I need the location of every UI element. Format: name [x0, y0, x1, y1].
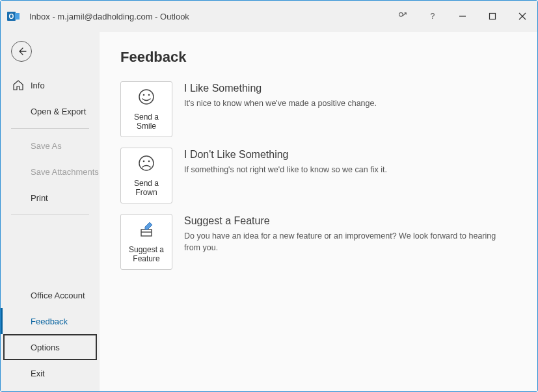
svg-rect-16	[141, 229, 152, 236]
feedback-heading: Suggest a Feature	[184, 215, 509, 227]
svg-point-11	[143, 94, 145, 96]
nav-print[interactable]: Print	[1, 185, 100, 211]
window-controls: ?	[388, 1, 537, 32]
feedback-text: I Don't Like Something If something's no…	[184, 148, 387, 203]
feedback-item-suggest: Suggest a Feature Suggest a Feature Do y…	[120, 214, 517, 270]
help-button[interactable]: ?	[418, 1, 448, 32]
nav-save-attachments-label: Save Attachments	[31, 167, 99, 177]
tile-label: Suggest a Feature	[121, 245, 172, 264]
feedback-heading: I Like Something	[184, 83, 377, 94]
suggest-feature-button[interactable]: Suggest a Feature	[120, 214, 172, 270]
svg-point-13	[139, 156, 154, 170]
svg-text:?: ?	[431, 12, 435, 21]
nav-feedback-label: Feedback	[31, 317, 68, 326]
svg-point-15	[148, 160, 150, 162]
nav-options-label: Options	[31, 343, 60, 352]
feedback-text: Suggest a Feature Do you have an idea fo…	[184, 214, 509, 270]
nav-options[interactable]: Options	[3, 334, 97, 360]
nav-exit-label: Exit	[31, 369, 45, 378]
nav-exit[interactable]: Exit	[1, 360, 100, 386]
feedback-desc: If something's not right we'd like to kn…	[184, 164, 387, 176]
nav-save-as-label: Save As	[31, 141, 62, 151]
svg-rect-3	[15, 13, 20, 20]
feedback-text: I Like Something It's nice to know when …	[184, 81, 377, 137]
main-content: Feedback Send a Smile I Like Something I…	[100, 32, 537, 391]
feedback-heading: I Don't Like Something	[184, 149, 387, 161]
sidebar: Info Open & Export Save As Save Attachme…	[1, 32, 100, 391]
back-button[interactable]	[11, 41, 32, 62]
svg-point-14	[143, 160, 145, 162]
svg-point-4	[399, 13, 403, 17]
smile-icon	[137, 88, 155, 109]
frown-icon	[137, 154, 155, 175]
feedback-item-smile: Send a Smile I Like Something It's nice …	[120, 81, 517, 137]
nav-print-label: Print	[31, 193, 48, 203]
window-title: Inbox - m.jamil@dadholding.com - Outlook	[29, 12, 388, 21]
close-button[interactable]	[507, 1, 537, 32]
page-title: Feedback	[120, 49, 517, 66]
nav-feedback[interactable]: Feedback	[1, 308, 100, 334]
svg-rect-7	[490, 14, 496, 20]
send-frown-button[interactable]: Send a Frown	[120, 148, 172, 203]
arrow-left-icon	[16, 46, 27, 57]
nav-info[interactable]: Info	[1, 72, 100, 98]
tile-label: Send a Smile	[121, 112, 172, 131]
nav-save-as: Save As	[1, 133, 100, 159]
body: Info Open & Export Save As Save Attachme…	[1, 32, 537, 391]
nav-open-export[interactable]: Open & Export	[1, 98, 100, 124]
maximize-button[interactable]	[477, 1, 507, 32]
outlook-icon: O	[7, 10, 20, 23]
minimize-button[interactable]	[448, 1, 477, 32]
svg-point-12	[148, 94, 150, 96]
feedback-desc: It's nice to know when we've made a posi…	[184, 98, 377, 110]
titlebar: O Inbox - m.jamil@dadholding.com - Outlo…	[1, 1, 537, 32]
suggest-icon	[137, 220, 155, 241]
send-smile-button[interactable]: Send a Smile	[120, 81, 172, 137]
nav-info-label: Info	[31, 81, 45, 90]
nav-office-account-label: Office Account	[31, 291, 85, 300]
nav-office-account[interactable]: Office Account	[1, 282, 100, 308]
divider	[11, 215, 89, 215]
coming-soon-button[interactable]	[388, 1, 418, 32]
home-icon	[12, 79, 24, 91]
tile-label: Send a Frown	[121, 179, 172, 198]
nav-save-attachments: Save Attachments	[1, 159, 100, 185]
feedback-item-frown: Send a Frown I Don't Like Something If s…	[120, 148, 517, 203]
divider	[11, 128, 89, 129]
svg-text:O: O	[9, 13, 14, 20]
svg-point-10	[139, 90, 154, 104]
nav-open-export-label: Open & Export	[31, 107, 86, 116]
feedback-desc: Do you have an idea for a new feature or…	[184, 231, 509, 254]
outlook-window: O Inbox - m.jamil@dadholding.com - Outlo…	[0, 0, 538, 392]
